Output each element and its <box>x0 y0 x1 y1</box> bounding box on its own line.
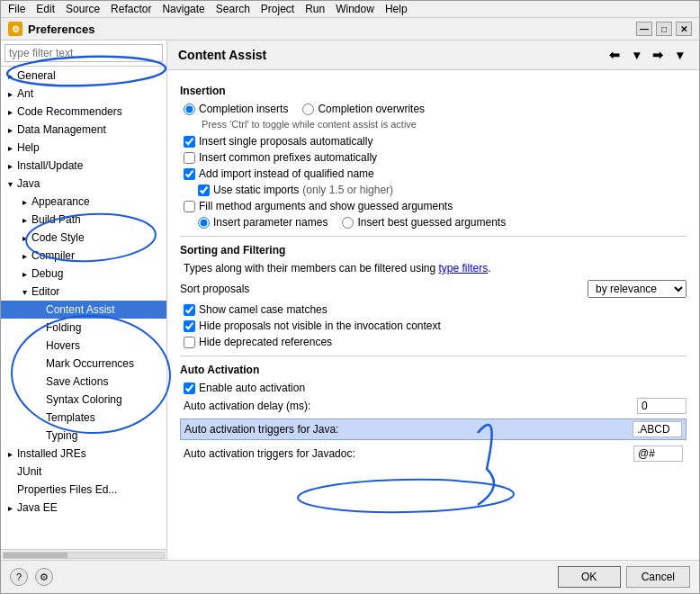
add-import-row: Add import instead of qualified name <box>180 167 687 180</box>
sidebar-item-java-ee[interactable]: Java EE <box>1 499 166 517</box>
menu-file[interactable]: File <box>8 3 25 15</box>
expand-icon-java-ee <box>4 503 15 513</box>
sidebar-item-editor[interactable]: Editor <box>1 283 166 301</box>
menu-window[interactable]: Window <box>336 3 374 15</box>
sidebar-item-general[interactable]: General <box>1 67 166 85</box>
sidebar-item-java[interactable]: Java <box>1 175 166 193</box>
sidebar-item-junit[interactable]: JUnit <box>1 463 166 481</box>
expand-icon-general <box>4 71 15 81</box>
maximize-button[interactable]: □ <box>656 22 672 36</box>
completion-hint: Press 'Ctrl' to toggle while content ass… <box>180 119 687 130</box>
sidebar-item-appearance[interactable]: Appearance <box>1 193 166 211</box>
enable-auto-activation-checkbox[interactable] <box>184 382 195 394</box>
nav-forward-icon[interactable]: ➡ <box>649 46 667 64</box>
sidebar-item-folding[interactable]: Folding <box>1 319 166 337</box>
minimize-button[interactable]: — <box>636 22 652 36</box>
menu-help[interactable]: Help <box>385 3 408 15</box>
insert-single-row: Insert single proposals automatically <box>180 135 687 148</box>
sidebar-item-code-style[interactable]: Code Style <box>1 229 166 247</box>
sort-proposals-row: Sort proposals by relevance alphabetical… <box>180 280 687 298</box>
bottom-right-buttons: OK Cancel <box>558 566 690 588</box>
sidebar-item-ant[interactable]: Ant <box>1 85 166 103</box>
completion-radio-group: Completion inserts Completion overwrites <box>180 103 687 115</box>
sort-proposals-select[interactable]: by relevance alphabetically <box>588 280 687 298</box>
sidebar-item-build-path[interactable]: Build Path <box>1 211 166 229</box>
fill-method-checkbox[interactable] <box>184 201 195 212</box>
menu-navigate[interactable]: Navigate <box>162 3 204 15</box>
menu-source[interactable]: Source <box>66 3 100 15</box>
auto-activation-section-title: Auto Activation <box>180 364 687 376</box>
activation-delay-input[interactable] <box>637 398 687 414</box>
add-import-checkbox[interactable] <box>184 168 195 180</box>
insertion-section-title: Insertion <box>180 85 687 97</box>
expand-icon-code-style <box>19 233 30 243</box>
sidebar-item-content-assist[interactable]: Content Assist <box>1 301 166 319</box>
bottom-bar: ? ⚙ OK Cancel <box>1 560 699 593</box>
insert-best-guessed-radio[interactable] <box>342 217 354 229</box>
insert-param-radio[interactable] <box>198 217 210 229</box>
sidebar-item-code-recommenders[interactable]: Code Recommenders <box>1 103 166 121</box>
cancel-button[interactable]: Cancel <box>626 566 690 588</box>
panel-title: Content Assist <box>178 48 266 62</box>
nav-back-icon[interactable]: ⬅ <box>606 46 624 64</box>
sidebar-item-hovers[interactable]: Hovers <box>1 337 166 355</box>
menu-project[interactable]: Project <box>261 3 294 15</box>
sidebar-item-templates[interactable]: Templates <box>1 409 166 427</box>
insert-single-checkbox[interactable] <box>184 136 195 148</box>
sidebar-item-save-actions[interactable]: Save Actions <box>1 373 166 391</box>
close-button[interactable]: ✕ <box>676 22 692 36</box>
preferences-settings-button[interactable]: ⚙ <box>35 568 53 586</box>
expand-icon-code-recommenders <box>4 107 15 117</box>
help-button[interactable]: ? <box>10 568 28 586</box>
menu-refactor[interactable]: Refactor <box>111 3 151 15</box>
expand-icon-help <box>4 143 15 153</box>
type-filters-link[interactable]: type filters <box>439 262 489 274</box>
title-bar: ⚙ Preferences — □ ✕ <box>1 18 699 40</box>
sidebar-item-mark-occurrences[interactable]: Mark Occurrences <box>1 355 166 373</box>
show-camel-case-checkbox[interactable] <box>184 304 195 316</box>
completion-inserts-label[interactable]: Completion inserts <box>184 103 288 115</box>
expand-icon-debug <box>19 269 30 279</box>
nav-dropdown-icon[interactable]: ▾ <box>627 46 645 64</box>
preferences-icon: ⚙ <box>8 22 22 36</box>
filter-box <box>1 40 166 67</box>
sidebar-item-debug[interactable]: Debug <box>1 265 166 283</box>
sidebar-item-typing[interactable]: Typing <box>1 427 166 445</box>
sidebar-item-install-update[interactable]: Install/Update <box>1 157 166 175</box>
expand-icon-compiler <box>19 251 30 261</box>
insert-best-guessed-label[interactable]: Insert best guessed arguments <box>342 216 506 229</box>
completion-overwrites-label[interactable]: Completion overwrites <box>302 103 425 115</box>
nav-forward-dropdown-icon[interactable]: ▾ <box>670 46 688 64</box>
triggers-java-input[interactable] <box>633 421 682 437</box>
expand-icon-build-path <box>19 215 30 225</box>
menu-run[interactable]: Run <box>305 3 325 15</box>
sidebar-item-syntax-coloring[interactable]: Syntax Coloring <box>1 391 166 409</box>
menu-search[interactable]: Search <box>216 3 250 15</box>
sidebar-item-help[interactable]: Help <box>1 139 166 157</box>
use-static-imports-checkbox[interactable] <box>198 184 210 196</box>
expand-icon-install-update <box>4 161 15 171</box>
sorting-section-title: Sorting and Filtering <box>180 244 687 256</box>
filter-input[interactable] <box>4 44 163 62</box>
sidebar-item-data-management[interactable]: Data Management <box>1 121 166 139</box>
triggers-javadoc-input[interactable] <box>633 446 683 462</box>
triggers-javadoc-label: Auto activation triggers for Javadoc: <box>184 447 633 460</box>
completion-inserts-radio[interactable] <box>184 104 195 115</box>
sort-proposals-label: Sort proposals <box>180 283 588 295</box>
sidebar-item-properties-files[interactable]: Properties Files Ed... <box>1 481 166 499</box>
sidebar-item-installed-jres[interactable]: Installed JREs <box>1 445 166 463</box>
window-controls: — □ ✕ <box>636 22 692 36</box>
hide-deprecated-checkbox[interactable] <box>184 337 195 348</box>
completion-overwrites-radio[interactable] <box>302 104 314 115</box>
expand-icon-appearance <box>19 197 30 207</box>
menu-edit[interactable]: Edit <box>36 3 55 15</box>
sidebar-item-compiler[interactable]: Compiler <box>1 247 166 265</box>
use-static-imports-row: Use static imports (only 1.5 or higher) <box>180 184 687 196</box>
hide-not-visible-checkbox[interactable] <box>184 320 195 332</box>
hide-deprecated-row: Hide deprecated references <box>180 336 687 348</box>
expand-icon-installed-jres <box>4 449 15 459</box>
ok-button[interactable]: OK <box>558 566 621 588</box>
insert-param-label[interactable]: Insert parameter names <box>198 216 328 229</box>
insert-common-row: Insert common prefixes automatically <box>180 151 687 164</box>
insert-common-checkbox[interactable] <box>184 152 195 164</box>
